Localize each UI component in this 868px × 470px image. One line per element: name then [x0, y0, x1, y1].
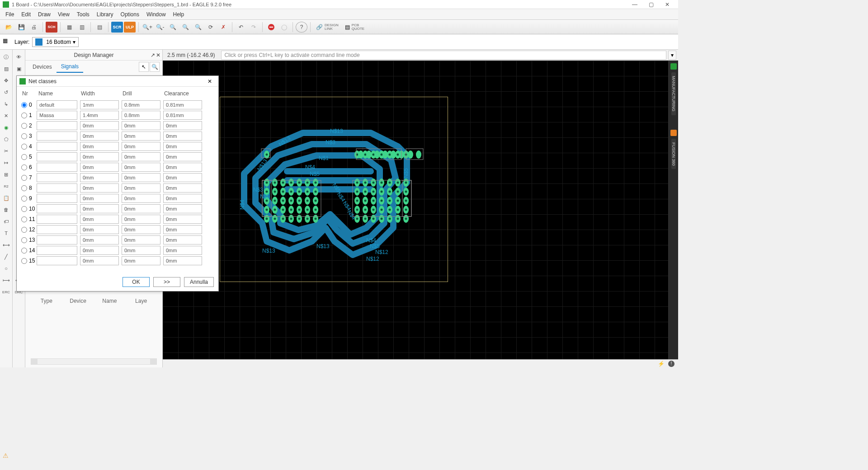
- netclass-name-input[interactable]: [37, 111, 77, 120]
- pointer-icon[interactable]: ↖: [139, 62, 149, 72]
- r2-icon[interactable]: R2: [2, 182, 11, 191]
- netclass-width-input[interactable]: [80, 256, 119, 265]
- netclass-drill-input[interactable]: [122, 121, 160, 130]
- cancel-icon[interactable]: ✗: [217, 22, 229, 33]
- arrow-icon[interactable]: ↦: [2, 158, 11, 167]
- netclass-width-input[interactable]: [80, 204, 119, 213]
- design-link-button[interactable]: 🔗 DESIGNLINK: [313, 24, 341, 31]
- layer-select[interactable]: 16 Bottom ▾: [32, 37, 79, 47]
- zoom-sel-icon[interactable]: 🔍: [179, 22, 191, 33]
- pin-icon[interactable]: ↗: [151, 52, 155, 58]
- netclass-radio[interactable]: [21, 133, 27, 139]
- netclass-clearance-input[interactable]: [163, 225, 202, 234]
- dialog-close-button[interactable]: ✕: [204, 77, 216, 86]
- cut-icon[interactable]: ✂: [2, 146, 11, 155]
- netclass-name-input[interactable]: [37, 183, 77, 193]
- zoom-redraw-icon[interactable]: 🔍: [192, 22, 204, 33]
- netclass-name-input[interactable]: [37, 132, 77, 141]
- netclass-drill-input[interactable]: [122, 215, 160, 224]
- netclass-name-input[interactable]: [37, 152, 77, 161]
- netclass-clearance-input[interactable]: [163, 183, 202, 193]
- netclass-clearance-input[interactable]: [163, 142, 202, 151]
- netclass-width-input[interactable]: [80, 173, 119, 182]
- netclass-width-input[interactable]: [80, 111, 119, 120]
- netclass-clearance-input[interactable]: [163, 235, 202, 244]
- tab-manufacturing[interactable]: MANUFACTURING: [671, 72, 676, 115]
- zoom-icon[interactable]: 🔍: [150, 62, 160, 72]
- netclass-width-input[interactable]: [80, 246, 119, 255]
- zoom-out-icon[interactable]: 🔍-: [154, 22, 166, 33]
- netclass-name-input[interactable]: [37, 173, 77, 182]
- netclass-drill-input[interactable]: [122, 204, 160, 213]
- netclass-drill-input[interactable]: [122, 111, 160, 120]
- netclass-name-input[interactable]: [37, 163, 77, 172]
- sync-icon[interactable]: ⚡: [658, 361, 665, 367]
- netclass-radio[interactable]: [21, 248, 27, 254]
- tab-devices[interactable]: Devices: [28, 61, 57, 72]
- netclass-clearance-input[interactable]: [163, 100, 202, 109]
- undo-icon[interactable]: ↶: [235, 22, 247, 33]
- panel-close-icon[interactable]: ✕: [156, 52, 160, 58]
- split-icon[interactable]: ⟷: [2, 240, 11, 249]
- grid-icon[interactable]: ▦: [3, 38, 12, 47]
- netclass-radio[interactable]: [21, 237, 27, 243]
- netclass-radio[interactable]: [21, 144, 27, 150]
- netclass-drill-input[interactable]: [122, 256, 160, 265]
- menu-help[interactable]: Help: [170, 11, 188, 18]
- menu-view[interactable]: View: [54, 11, 73, 18]
- netclass-name-input[interactable]: [37, 121, 77, 130]
- netclass-width-input[interactable]: [80, 215, 119, 224]
- menu-library[interactable]: Library: [93, 11, 117, 18]
- ulp-button[interactable]: ULP: [124, 22, 136, 33]
- name-icon[interactable]: ⊞: [2, 170, 11, 179]
- move-icon[interactable]: ✥: [2, 76, 11, 85]
- menu-edit[interactable]: Edit: [18, 11, 34, 18]
- netclass-width-input[interactable]: [80, 235, 119, 244]
- tab-signals[interactable]: Signals: [57, 61, 83, 73]
- netclass-width-input[interactable]: [80, 100, 119, 109]
- netclass-clearance-input[interactable]: [163, 121, 202, 130]
- tag-icon[interactable]: 🏷: [2, 217, 11, 226]
- netclass-radio[interactable]: [21, 123, 27, 129]
- netclass-width-input[interactable]: [80, 132, 119, 141]
- ok-button[interactable]: OK: [123, 277, 150, 287]
- netclass-radio[interactable]: [21, 185, 27, 191]
- netclass-clearance-input[interactable]: [163, 194, 202, 203]
- open-icon[interactable]: 📂: [3, 22, 14, 33]
- netclass-drill-input[interactable]: [122, 152, 160, 161]
- netclass-clearance-input[interactable]: [163, 215, 202, 224]
- menu-file[interactable]: File: [2, 11, 18, 18]
- netclass-radio[interactable]: [21, 206, 27, 212]
- netclass-drill-input[interactable]: [122, 100, 160, 109]
- manufacturing-icon[interactable]: [670, 63, 677, 70]
- cam-icon[interactable]: ▦: [63, 22, 75, 33]
- zoom-fit-icon[interactable]: 🔍: [167, 22, 179, 33]
- netclass-radio[interactable]: [21, 216, 27, 222]
- layers-icon[interactable]: ▨: [2, 64, 11, 73]
- netclass-width-input[interactable]: [80, 121, 119, 130]
- via-icon[interactable]: ◉: [2, 123, 11, 132]
- paste-icon[interactable]: 📋: [2, 193, 11, 202]
- info-icon[interactable]: ⓘ: [2, 52, 11, 61]
- pcb-quote-button[interactable]: ▤ PCBQUOTE: [342, 24, 367, 31]
- netclass-name-input[interactable]: [37, 194, 77, 203]
- maximize-button[interactable]: ▢: [643, 0, 659, 9]
- netclass-drill-input[interactable]: [122, 246, 160, 255]
- netclass-drill-input[interactable]: [122, 173, 160, 182]
- poly-icon[interactable]: ⬠: [2, 135, 11, 144]
- scr-button[interactable]: SCR: [111, 22, 123, 33]
- netclass-drill-input[interactable]: [122, 132, 160, 141]
- netclass-width-input[interactable]: [80, 152, 119, 161]
- netclass-name-input[interactable]: [37, 215, 77, 224]
- netclass-width-input[interactable]: [80, 183, 119, 193]
- netclass-drill-input[interactable]: [122, 225, 160, 234]
- netclass-drill-input[interactable]: [122, 163, 160, 172]
- menu-draw[interactable]: Draw: [34, 11, 54, 18]
- netclass-name-input[interactable]: [37, 235, 77, 244]
- netclass-drill-input[interactable]: [122, 183, 160, 193]
- netclass-name-input[interactable]: [37, 256, 77, 265]
- ripup-icon[interactable]: ✕: [2, 111, 11, 120]
- netclass-name-input[interactable]: [37, 246, 77, 255]
- delete-icon[interactable]: 🗑: [2, 205, 11, 214]
- netclass-radio[interactable]: [21, 175, 27, 181]
